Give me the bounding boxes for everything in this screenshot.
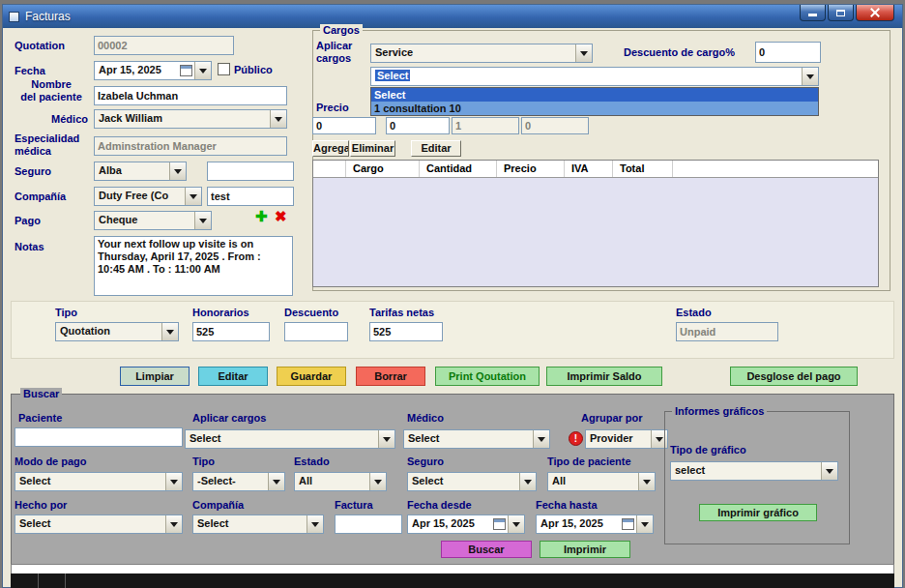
hecho-por-combobox[interactable]: Select xyxy=(15,514,183,534)
fecha-hasta-datepicker[interactable]: Apr 15, 2025 xyxy=(536,514,654,534)
cargo-combobox-value: Select xyxy=(375,70,410,81)
compania-detail-input[interactable] xyxy=(207,187,294,206)
tipo-cargo-dropdown-arrow[interactable] xyxy=(575,44,592,62)
hecho-por-arrow[interactable] xyxy=(165,515,182,533)
buscar-button[interactable]: Buscar xyxy=(441,541,532,558)
factura-input[interactable] xyxy=(335,514,402,534)
medico-search-combobox[interactable]: Select xyxy=(403,429,550,449)
medico-search-arrow[interactable] xyxy=(533,430,549,448)
desglose-pago-button[interactable]: Desglose del pago xyxy=(730,367,858,386)
delete-payment-icon[interactable]: ✖ xyxy=(275,208,287,225)
seguro-search-combobox[interactable]: Select xyxy=(407,472,537,491)
aplicar-cargos-search-combobox[interactable]: Select xyxy=(185,429,395,449)
cargo-combobox[interactable]: Select xyxy=(370,67,819,86)
tarifas-netas-input[interactable] xyxy=(369,322,443,341)
medico-combobox[interactable]: Jack William xyxy=(94,109,287,129)
cargo-combobox-arrow[interactable] xyxy=(802,68,818,85)
maximize-button[interactable] xyxy=(828,5,854,21)
seguro-dropdown-arrow[interactable] xyxy=(169,162,186,180)
cargo-option-select[interactable]: Select xyxy=(371,88,818,102)
tipo-grafico-combobox[interactable]: select xyxy=(670,461,838,481)
publico-label: Público xyxy=(234,64,273,76)
tipo-search-label: Tipo xyxy=(192,456,215,468)
iva-input xyxy=(452,117,519,134)
seguro-detail-input[interactable] xyxy=(207,162,294,181)
title-bar[interactable]: Facturas xyxy=(3,5,902,28)
compania-search-arrow[interactable] xyxy=(307,515,323,533)
results-grid-divider xyxy=(65,573,66,588)
error-provider-icon: ! xyxy=(569,431,583,446)
medico-dropdown-arrow[interactable] xyxy=(270,110,286,128)
estado-search-combobox[interactable]: All xyxy=(294,472,387,491)
cargos-grid-header: Cargo Cantidad Precio IVA Total xyxy=(313,161,878,178)
tipo-search-combobox[interactable]: -Select- xyxy=(192,472,285,491)
pago-dropdown-arrow[interactable] xyxy=(194,212,211,229)
precio-input[interactable] xyxy=(312,117,376,134)
tipo-search-arrow[interactable] xyxy=(268,473,284,490)
descuento-input[interactable] xyxy=(284,322,348,341)
seguro-search-arrow[interactable] xyxy=(519,473,536,490)
minimize-icon xyxy=(808,14,817,16)
tipo-paciente-combobox[interactable]: All xyxy=(547,472,656,491)
notas-textarea[interactable]: Your next follow up visite is on Thursda… xyxy=(94,236,293,296)
publico-checkbox[interactable] xyxy=(218,63,230,75)
agrupar-por-value: Provider xyxy=(586,430,651,448)
guardar-button[interactable]: Guardar xyxy=(277,367,346,386)
borrar-button[interactable]: Borrar xyxy=(356,367,425,386)
paciente-search-input[interactable] xyxy=(15,427,183,447)
nombre-paciente-input[interactable] xyxy=(94,86,287,105)
descuento-cargo-label: Descuento de cargo% xyxy=(624,46,735,59)
print-qoutation-button[interactable]: Print Qoutation xyxy=(435,367,540,386)
cantidad-input[interactable] xyxy=(386,117,450,134)
fecha-value: Apr 15, 2025 xyxy=(95,62,180,79)
honorarios-input[interactable] xyxy=(192,322,270,341)
minimize-button[interactable] xyxy=(800,5,826,21)
tipo-paciente-arrow[interactable] xyxy=(638,473,655,490)
seguro-combobox[interactable]: Alba xyxy=(94,162,187,181)
tipo-cargo-combobox[interactable]: Service xyxy=(370,44,593,63)
editar-cargo-button[interactable]: Editar xyxy=(411,140,461,157)
compania-search-value: Select xyxy=(193,515,307,533)
compania-combobox[interactable]: Duty Free (Co xyxy=(94,187,202,206)
medico-search-value: Select xyxy=(404,430,533,448)
modo-pago-label: Modo de pago xyxy=(15,456,87,468)
fecha-datepicker[interactable]: Apr 15, 2025 xyxy=(94,61,212,80)
tipo-dropdown-arrow[interactable] xyxy=(161,323,178,340)
fecha-desde-label: Fecha desde xyxy=(407,499,472,512)
aplicar-cargos-search-arrow[interactable] xyxy=(378,430,394,448)
compania-search-combobox[interactable]: Select xyxy=(192,514,324,534)
agregar-button[interactable]: Agregar xyxy=(312,140,349,157)
fecha-hasta-label: Fecha hasta xyxy=(536,499,598,512)
fecha-hasta-arrow[interactable] xyxy=(636,515,653,533)
eliminar-button[interactable]: Eliminar xyxy=(350,140,395,157)
close-button[interactable] xyxy=(856,5,894,21)
imprimir-button[interactable]: Imprimir xyxy=(540,541,630,558)
fecha-dropdown-arrow[interactable] xyxy=(194,62,211,79)
tipo-combobox[interactable]: Quotation xyxy=(55,322,179,341)
descuento-label: Descuento xyxy=(284,307,338,319)
honorarios-label: Honorarios xyxy=(192,307,249,319)
modo-pago-arrow[interactable] xyxy=(165,473,182,490)
fecha-desde-arrow[interactable] xyxy=(508,515,524,533)
cargo-option-consultation[interactable]: 1 consultation 10 xyxy=(371,102,818,115)
add-payment-icon[interactable]: ✚ xyxy=(255,208,268,225)
modo-pago-combobox[interactable]: Select xyxy=(15,472,183,491)
editar-button[interactable]: Editar xyxy=(198,367,268,386)
imprimir-saldo-button[interactable]: Imprimir Saldo xyxy=(546,367,662,386)
imprimir-grafico-button[interactable]: Imprimir gráfico xyxy=(699,504,817,521)
estado-search-arrow[interactable] xyxy=(369,473,386,490)
descuento-cargo-input[interactable] xyxy=(755,42,821,63)
medico-label: Médico xyxy=(15,113,88,126)
hecho-por-label: Hecho por xyxy=(15,499,67,512)
pago-label: Pago xyxy=(15,215,41,227)
agrupar-por-combobox[interactable]: Provider xyxy=(585,429,668,449)
fecha-desde-datepicker[interactable]: Apr 15, 2025 xyxy=(407,514,525,534)
estado-search-label: Estado xyxy=(294,456,330,468)
tipo-grafico-arrow[interactable] xyxy=(821,462,837,480)
limpiar-button[interactable]: Limpiar xyxy=(120,367,190,386)
compania-dropdown-arrow[interactable] xyxy=(185,188,201,205)
medico-value: Jack William xyxy=(95,110,270,128)
pago-combobox[interactable]: Cheque xyxy=(94,211,212,230)
nombre-paciente-label: Nombre del paciente xyxy=(11,78,92,103)
fecha-hasta-value: Apr 15, 2025 xyxy=(537,515,622,533)
